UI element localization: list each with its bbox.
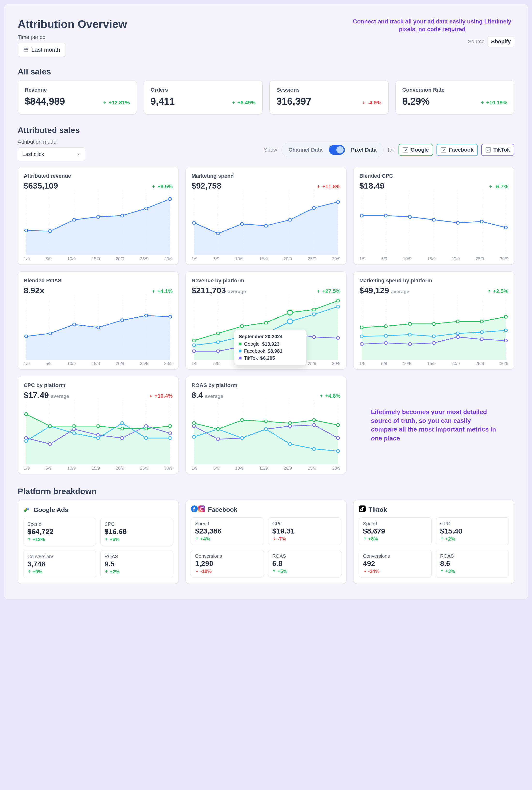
mini-delta: +2%: [440, 536, 505, 542]
platform-card-tiktok: Tiktok Spend $8,679 +8% CPC $15.40 +2% C…: [353, 500, 514, 584]
mini-value: 9.5: [104, 560, 169, 568]
svg-point-156: [312, 424, 315, 426]
chart-value-sub: average: [228, 289, 246, 294]
x-tick: 30/9: [164, 466, 173, 471]
chart-tooltip: September 20 2024 Google $13,923 Faceboo…: [234, 330, 307, 366]
source-value[interactable]: Shopify: [488, 36, 514, 47]
svg-point-50: [25, 335, 27, 338]
legend-dot-icon: [239, 357, 242, 360]
svg-point-135: [145, 437, 148, 440]
chart-title: Blended CPC: [359, 173, 508, 179]
tooltip-value: $6,205: [260, 355, 275, 361]
svg-point-129: [169, 432, 172, 435]
mini-metric: Spend $8,679 +8%: [359, 517, 432, 545]
tooltip-row: Google $13,923: [239, 341, 302, 347]
mini-value: 492: [363, 559, 428, 567]
toggle-switch[interactable]: [329, 145, 345, 155]
delta-up: +9.5%: [152, 184, 173, 190]
x-tick: 20/9: [116, 466, 124, 471]
x-tick: 5/9: [213, 256, 219, 262]
mini-delta: +3%: [440, 569, 505, 574]
x-tick: 15/9: [259, 466, 268, 471]
source-row: Source Shopify: [468, 36, 514, 47]
mini-value: 3,748: [27, 560, 92, 568]
svg-point-80: [241, 325, 244, 328]
svg-point-23: [216, 232, 219, 235]
seg-pixel-data[interactable]: Pixel Data: [347, 144, 381, 155]
svg-point-65: [216, 350, 219, 353]
mini-delta: -24%: [363, 569, 428, 574]
chart-value: $92,758: [191, 181, 221, 190]
mini-value: $64,722: [27, 527, 92, 536]
x-tick: 10/9: [235, 466, 244, 471]
mini-label: Spend: [195, 521, 260, 526]
all-sales-grid: Revenue $844,989 +12.81% Orders 9,411 +6…: [18, 80, 514, 114]
svg-point-109: [360, 326, 363, 329]
mini-delta: -7%: [272, 536, 337, 542]
google-icon: [23, 505, 31, 515]
svg-point-96: [384, 341, 387, 344]
x-tick: 1/9: [24, 256, 30, 262]
svg-point-161: [265, 428, 267, 430]
svg-point-79: [216, 332, 219, 335]
x-tick: 5/9: [381, 256, 387, 262]
x-axis: 1/95/910/915/920/925/930/9: [24, 466, 173, 471]
svg-point-86: [287, 319, 292, 324]
svg-point-127: [121, 437, 124, 440]
x-tick: 1/9: [191, 256, 197, 262]
mini-delta: +4%: [195, 536, 260, 542]
chart-value: $635,109: [24, 181, 58, 190]
svg-point-138: [49, 425, 52, 428]
platform-chip-google[interactable]: Google: [399, 144, 433, 156]
svg-point-102: [360, 335, 363, 338]
svg-point-136: [169, 437, 172, 440]
time-period-picker[interactable]: Last month: [18, 43, 66, 57]
svg-point-55: [145, 314, 148, 317]
for-label: for: [388, 147, 394, 153]
svg-point-108: [505, 329, 507, 332]
x-tick: 30/9: [332, 466, 341, 471]
svg-point-39: [432, 218, 435, 221]
svg-point-42: [505, 226, 507, 229]
svg-point-40: [456, 221, 459, 224]
platform-card-facebook: Facebook Spend $23,386 +4% CPC $19.31 -7…: [186, 500, 346, 584]
chart-value: $211,703: [191, 286, 226, 295]
seg-channel-data[interactable]: Channel Data: [284, 144, 327, 155]
source-label: Source: [468, 38, 485, 45]
x-tick: 15/9: [91, 466, 100, 471]
chart-card-attr_rev: Attributed revenue $635,109 +9.5% 1/95/9…: [18, 167, 179, 265]
x-tick: 10/9: [403, 361, 411, 366]
mini-delta: +12%: [27, 537, 92, 542]
svg-point-101: [505, 339, 507, 342]
svg-point-132: [73, 432, 76, 435]
mini-metric: ROAS 8.6 +3%: [436, 550, 509, 578]
x-axis: 1/95/910/915/920/925/930/9: [359, 361, 508, 366]
svg-point-56: [169, 315, 172, 318]
x-tick: 1/9: [359, 361, 365, 366]
mini-value: 8.6: [440, 559, 505, 567]
svg-point-64: [192, 350, 195, 353]
svg-point-140: [97, 425, 100, 428]
platform-breakdown-heading: Platform breakdown: [18, 487, 514, 496]
tooltip-date: September 20 2024: [239, 334, 302, 340]
tooltip-value: $13,923: [262, 341, 280, 347]
attribution-model-select[interactable]: Last click: [18, 148, 86, 161]
platform-chip-facebook[interactable]: Facebook: [436, 144, 478, 156]
platform-chip-tiktok[interactable]: TikTok: [481, 144, 514, 156]
x-tick: 25/9: [476, 361, 484, 366]
svg-point-100: [480, 338, 483, 341]
delta-up: +10.19%: [480, 100, 507, 106]
mini-value: $16.68: [104, 527, 169, 536]
x-tick: 30/9: [332, 256, 341, 262]
x-tick: 30/9: [332, 361, 341, 366]
platform-name: Google Ads: [33, 506, 69, 514]
delta-down: +11.8%: [317, 184, 341, 190]
svg-point-83: [312, 308, 315, 311]
x-axis: 1/95/910/915/920/925/930/9: [359, 256, 508, 262]
x-tick: 10/9: [67, 256, 76, 262]
data-source-segmented[interactable]: Channel Data Pixel Data: [282, 142, 383, 157]
svg-point-164: [337, 450, 340, 452]
chart-card-blend_roas: Blended ROAS 8.92x +4.1% 1/95/910/915/92…: [18, 271, 179, 369]
mini-label: CPC: [104, 521, 169, 527]
mini-delta: +2%: [104, 569, 169, 575]
